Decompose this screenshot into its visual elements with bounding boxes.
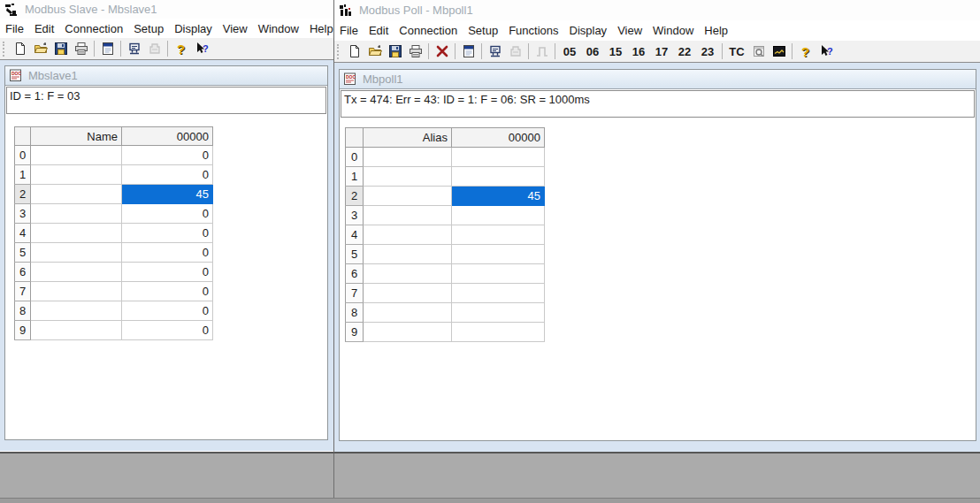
- name-cell[interactable]: [31, 165, 122, 185]
- value-cell[interactable]: 0: [122, 243, 213, 263]
- slave-definition-button[interactable]: [124, 39, 144, 59]
- value-cell[interactable]: [452, 264, 545, 284]
- new-document-button[interactable]: [344, 42, 364, 62]
- alias-cell[interactable]: [364, 323, 452, 342]
- help-button[interactable]: ?: [795, 42, 815, 62]
- save-file-button[interactable]: [385, 42, 405, 62]
- value-cell[interactable]: [452, 323, 545, 342]
- value-cell[interactable]: 0: [122, 165, 213, 185]
- name-cell[interactable]: [31, 321, 122, 340]
- row-number[interactable]: 9: [346, 323, 364, 342]
- menu-window[interactable]: Window: [253, 20, 304, 37]
- find-window-button[interactable]: [748, 42, 769, 62]
- communication-traffic-button[interactable]: [769, 42, 789, 62]
- new-document-button[interactable]: [10, 39, 30, 59]
- value-cell[interactable]: 0: [122, 301, 213, 321]
- row-number[interactable]: 8: [346, 303, 364, 323]
- alias-cell[interactable]: [364, 167, 452, 187]
- function-06-button[interactable]: 06: [581, 42, 604, 62]
- alias-cell[interactable]: [364, 225, 452, 245]
- menu-edit[interactable]: Edit: [29, 20, 59, 37]
- name-cell[interactable]: [31, 146, 122, 165]
- alias-cell[interactable]: [364, 303, 452, 323]
- name-cell[interactable]: [31, 301, 122, 321]
- alias-cell[interactable]: [364, 245, 452, 264]
- help-button[interactable]: ?: [171, 39, 191, 59]
- selected-value-cell[interactable]: 45: [122, 185, 213, 204]
- save-file-button[interactable]: [50, 39, 71, 59]
- display-setup-button[interactable]: [458, 42, 479, 62]
- value-cell[interactable]: [452, 284, 545, 303]
- display-setup-button[interactable]: [97, 39, 118, 59]
- row-number[interactable]: 7: [15, 282, 31, 301]
- row-number[interactable]: 5: [346, 245, 364, 264]
- menu-setup[interactable]: Setup: [128, 20, 169, 37]
- value-cell[interactable]: [452, 206, 545, 225]
- disconnect-button[interactable]: [432, 42, 452, 62]
- mbpoll1-titlebar[interactable]: DOC Mbpoll1: [340, 70, 976, 89]
- alias-cell[interactable]: [364, 206, 452, 225]
- row-number[interactable]: 5: [15, 243, 31, 263]
- name-cell[interactable]: [31, 224, 122, 243]
- menu-display[interactable]: Display: [169, 20, 218, 37]
- menu-file[interactable]: File: [0, 20, 29, 37]
- mbslave1-titlebar[interactable]: DOC Mbslave1: [5, 66, 327, 86]
- poll-titlebar[interactable]: Modbus Poll - Mbpoll1: [334, 0, 980, 20]
- menu-connection[interactable]: Connection: [59, 20, 128, 37]
- function-15-button[interactable]: 15: [604, 42, 627, 62]
- value-cell[interactable]: [452, 167, 545, 187]
- name-cell[interactable]: [31, 263, 122, 282]
- row-number[interactable]: 9: [15, 321, 31, 340]
- selected-value-cell[interactable]: 45: [452, 187, 545, 206]
- row-number[interactable]: 8: [15, 301, 31, 321]
- context-help-button[interactable]: ?: [191, 39, 211, 59]
- single-poll-button[interactable]: [532, 42, 552, 62]
- toolbar-grip[interactable]: [3, 42, 7, 57]
- name-cell[interactable]: [31, 282, 122, 301]
- row-number[interactable]: 1: [346, 167, 364, 187]
- print-button[interactable]: [71, 39, 91, 59]
- print-button[interactable]: [405, 42, 425, 62]
- row-number[interactable]: 0: [346, 148, 364, 167]
- menu-help[interactable]: Help: [304, 20, 333, 37]
- value-cell[interactable]: 0: [122, 146, 213, 165]
- function-22-button[interactable]: 22: [673, 42, 696, 62]
- value-cell[interactable]: 0: [122, 224, 213, 243]
- value-cell[interactable]: [452, 225, 545, 245]
- value-cell[interactable]: [452, 303, 545, 323]
- menu-display[interactable]: Display: [564, 22, 613, 39]
- function-16-button[interactable]: 16: [627, 42, 650, 62]
- menu-view[interactable]: View: [612, 22, 647, 39]
- menu-view[interactable]: View: [218, 20, 253, 37]
- row-number[interactable]: 1: [15, 165, 31, 185]
- menu-functions[interactable]: Functions: [503, 22, 563, 39]
- function-17-button[interactable]: 17: [650, 42, 673, 62]
- toolbar-grip[interactable]: [337, 44, 341, 59]
- value-cell[interactable]: 0: [122, 282, 213, 301]
- menu-window[interactable]: Window: [647, 22, 699, 39]
- name-cell[interactable]: [31, 204, 122, 224]
- alias-cell[interactable]: [364, 187, 452, 206]
- value-cell[interactable]: [452, 148, 545, 167]
- row-number[interactable]: 4: [346, 225, 364, 245]
- menu-setup[interactable]: Setup: [463, 22, 503, 39]
- row-number[interactable]: 4: [15, 224, 31, 243]
- row-number[interactable]: 3: [346, 206, 364, 225]
- value-cell[interactable]: 0: [122, 204, 213, 224]
- value-cell[interactable]: [452, 245, 545, 264]
- context-help-button[interactable]: ?: [815, 42, 836, 62]
- row-number[interactable]: 3: [15, 204, 31, 224]
- menu-file[interactable]: File: [334, 22, 364, 39]
- value-cell[interactable]: 0: [122, 263, 213, 282]
- function-05-button[interactable]: 05: [558, 42, 581, 62]
- row-number[interactable]: 2: [346, 187, 364, 206]
- poll-definition-button[interactable]: [485, 42, 505, 62]
- row-number[interactable]: 2: [15, 185, 31, 204]
- row-number[interactable]: 6: [15, 263, 31, 282]
- name-cell[interactable]: [31, 185, 122, 204]
- connection-device-button[interactable]: [505, 42, 525, 62]
- menu-help[interactable]: Help: [699, 22, 733, 39]
- alias-cell[interactable]: [364, 264, 452, 284]
- menu-connection[interactable]: Connection: [394, 22, 463, 39]
- row-number[interactable]: 6: [346, 264, 364, 284]
